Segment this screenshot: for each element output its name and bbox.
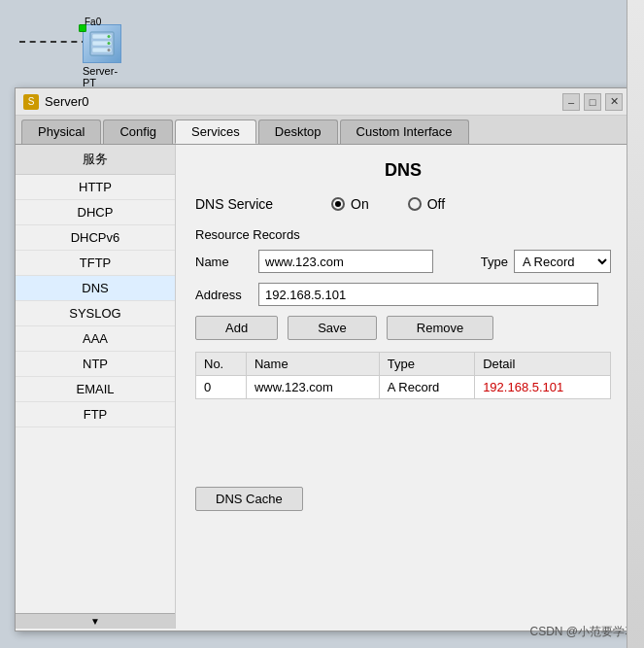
sidebar-item-aaa[interactable]: AAA	[16, 326, 175, 352]
sidebar-list: HTTP DHCP DHCPv6 TFTP DNS SYSLOG AAA NTP…	[16, 175, 175, 427]
table-head: No. Name Type Detail	[196, 353, 611, 376]
type-select[interactable]: A Record CNAME NS MX SOA	[514, 250, 611, 273]
title-bar: S Server0 – □ ✕	[16, 88, 630, 116]
name-label: Name	[195, 255, 249, 269]
cell-type: A Record	[379, 376, 474, 399]
sidebar: 服务 HTTP DHCP DHCPv6 TFTP DNS SYSLOG AAA …	[16, 145, 176, 629]
title-bar-left: S Server0	[23, 94, 89, 110]
col-name: Name	[246, 353, 379, 376]
sidebar-item-ntp[interactable]: NTP	[16, 352, 175, 377]
tab-config[interactable]: Config	[103, 119, 173, 144]
sidebar-item-syslog[interactable]: SYSLOG	[16, 301, 175, 326]
cell-no: 0	[196, 376, 247, 399]
close-button[interactable]: ✕	[605, 93, 623, 111]
table-row[interactable]: 0 www.123.com A Record 192.168.5.101	[196, 376, 611, 399]
sidebar-item-email[interactable]: EMAIL	[16, 377, 175, 402]
radio-group: On Off	[331, 196, 445, 212]
desktop-background: Fa0 Server-PT S Server0	[0, 0, 644, 648]
sidebar-item-tftp[interactable]: TFTP	[16, 251, 175, 276]
radio-off-label: Off	[427, 196, 445, 212]
radio-on-label: On	[351, 196, 369, 212]
tab-desktop[interactable]: Desktop	[258, 119, 338, 144]
table-body: 0 www.123.com A Record 192.168.5.101	[196, 376, 611, 399]
radio-on[interactable]: On	[331, 196, 369, 212]
right-strip	[627, 0, 644, 648]
content-area: 服务 HTTP DHCP DHCPv6 TFTP DNS SYSLOG AAA …	[16, 145, 630, 629]
col-detail: Detail	[475, 353, 611, 376]
address-label: Address	[195, 288, 249, 302]
table-header-row: No. Name Type Detail	[196, 353, 611, 376]
cell-name: www.123.com	[246, 376, 379, 399]
server-title-icon: S	[23, 94, 39, 110]
title-controls: – □ ✕	[562, 93, 623, 111]
records-table: No. Name Type Detail 0 www.123.com A Rec…	[195, 352, 611, 399]
name-input[interactable]	[258, 250, 433, 273]
fa0-label: Fa0	[85, 17, 101, 27]
minimize-button[interactable]: –	[562, 93, 580, 111]
server-icon	[83, 24, 121, 63]
svg-point-4	[108, 35, 111, 38]
fa0-indicator	[79, 24, 86, 32]
svg-point-5	[108, 42, 111, 45]
cell-detail: 192.168.5.101	[475, 376, 611, 399]
maximize-button[interactable]: □	[584, 93, 601, 111]
dns-cache-button[interactable]: DNS Cache	[195, 487, 303, 511]
window-title: Server0	[45, 94, 89, 109]
name-type-row: Name Type A Record CNAME NS MX SOA	[195, 250, 611, 273]
sidebar-item-ftp[interactable]: FTP	[16, 402, 175, 427]
add-button[interactable]: Add	[195, 316, 278, 340]
action-buttons-row: Add Save Remove	[195, 316, 611, 340]
server-box[interactable]: Fa0 Server-PT	[83, 24, 121, 88]
svg-point-6	[108, 49, 111, 51]
dashed-line	[19, 41, 87, 43]
service-row: DNS Service On Off	[195, 196, 611, 212]
col-no: No.	[196, 353, 247, 376]
sidebar-scroll-down[interactable]: ▼	[16, 613, 175, 629]
tab-custom-interface[interactable]: Custom Interface	[340, 119, 469, 144]
tab-bar: Physical Config Services Desktop Custom …	[16, 116, 630, 145]
radio-on-circle	[331, 197, 345, 211]
server-window: S Server0 – □ ✕ Physical Config Services…	[15, 87, 631, 631]
sidebar-item-dns[interactable]: DNS	[16, 276, 175, 301]
type-wrapper: Type A Record CNAME NS MX SOA	[481, 250, 611, 273]
sidebar-title: 服务	[16, 145, 175, 175]
tab-services[interactable]: Services	[175, 119, 256, 144]
remove-button[interactable]: Remove	[387, 316, 493, 340]
dns-service-label: DNS Service	[195, 196, 292, 212]
server-label: Server-PT	[83, 65, 121, 88]
panel-title: DNS	[195, 160, 611, 181]
address-input[interactable]	[258, 283, 598, 306]
tab-physical[interactable]: Physical	[21, 119, 101, 144]
sidebar-item-dhcp[interactable]: DHCP	[16, 200, 175, 225]
save-button[interactable]: Save	[288, 316, 377, 340]
radio-off-circle	[408, 197, 422, 211]
type-label: Type	[481, 255, 508, 269]
col-type: Type	[379, 353, 474, 376]
sidebar-item-dhcpv6[interactable]: DHCPv6	[16, 225, 175, 251]
sidebar-item-http[interactable]: HTTP	[16, 175, 175, 200]
address-row: Address	[195, 283, 611, 306]
radio-off[interactable]: Off	[408, 196, 445, 212]
main-panel: DNS DNS Service On Off	[176, 145, 630, 629]
resource-records-label: Resource Records	[195, 227, 611, 242]
